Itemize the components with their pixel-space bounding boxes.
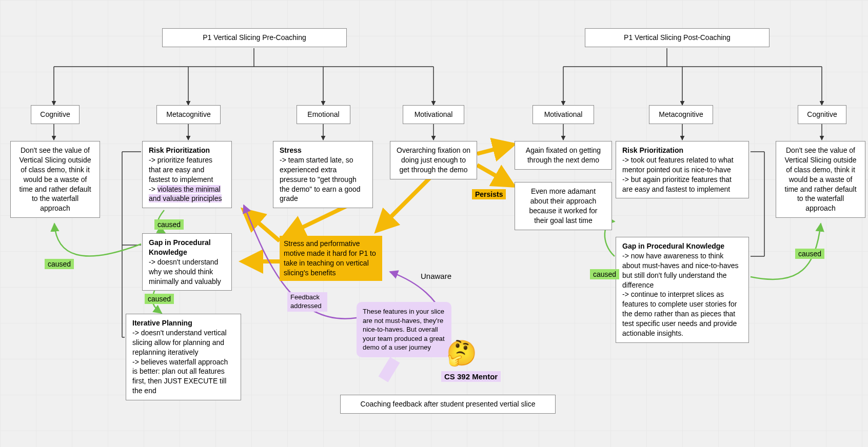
pre-risk-box: Risk Prioritization -> prioritize featur…: [142, 141, 232, 208]
post-cognitive-cat: Cognitive: [798, 105, 846, 124]
post-motivational-box1: Again fixated on getting through the nex…: [515, 141, 612, 170]
caused-tag-3: caused: [145, 294, 174, 304]
pre-motivational-cat: Motivational: [403, 105, 464, 124]
post-motivational-box2: Even more adamant about their approach b…: [515, 182, 612, 230]
post-cognitive-box: Don't see the value of Vertical Slicing …: [776, 141, 865, 218]
caused-tag-5: caused: [795, 249, 824, 259]
pre-iter-box: Iterative Planning -> doesn't understand…: [126, 314, 241, 400]
post-motivational-cat: Motivational: [532, 105, 594, 124]
mentor-speech-bubble: These features in your slice are not mus…: [357, 302, 451, 357]
pre-emotional-cat: Emotional: [297, 105, 350, 124]
post-gap-box: Gap in Procedural Knowledge -> now have …: [616, 237, 749, 343]
post-risk-box: Risk Prioritization -> took out features…: [616, 141, 749, 198]
pre-motivational-box: Overarching fixation on doing just enoug…: [390, 141, 477, 179]
post-title: P1 Vertical Slicing Post-Coaching: [585, 28, 770, 47]
pre-cognitive-box: Don't see the value of Vertical Slicing …: [10, 141, 100, 218]
pre-cognitive-cat: Cognitive: [31, 105, 80, 124]
text: P1 Vertical Slicing Pre-Coaching: [203, 33, 306, 42]
thinking-emoji: 🤔: [446, 338, 477, 368]
caused-tag-2: caused: [154, 219, 184, 230]
unaware-label: Unaware: [421, 272, 451, 280]
pre-title: P1 Vertical Slicing Pre-Coaching: [162, 28, 347, 47]
post-metacognitive-cat: Metacognitive: [649, 105, 713, 124]
violates-highlight: violates the minimal and valuable princi…: [149, 185, 222, 203]
pre-stress-box: Stress -> team started late, so experien…: [273, 141, 373, 208]
feedback-box: Coaching feedback after student presente…: [340, 395, 556, 414]
caused-tag-1: caused: [45, 259, 74, 269]
pre-gap-box: Gap in Procedural Knowledge -> doesn't u…: [142, 233, 232, 291]
mentor-name: CS 392 Mentor: [441, 371, 501, 382]
pre-metacognitive-cat: Metacognitive: [156, 105, 221, 124]
stress-callout: Stress and performative motive made it h…: [280, 236, 382, 281]
caused-tag-4: caused: [590, 269, 619, 279]
persists-tag: Persists: [472, 189, 506, 199]
feedback-addressed-label: Feedback addressed: [287, 292, 327, 312]
svg-line-25: [383, 360, 395, 379]
